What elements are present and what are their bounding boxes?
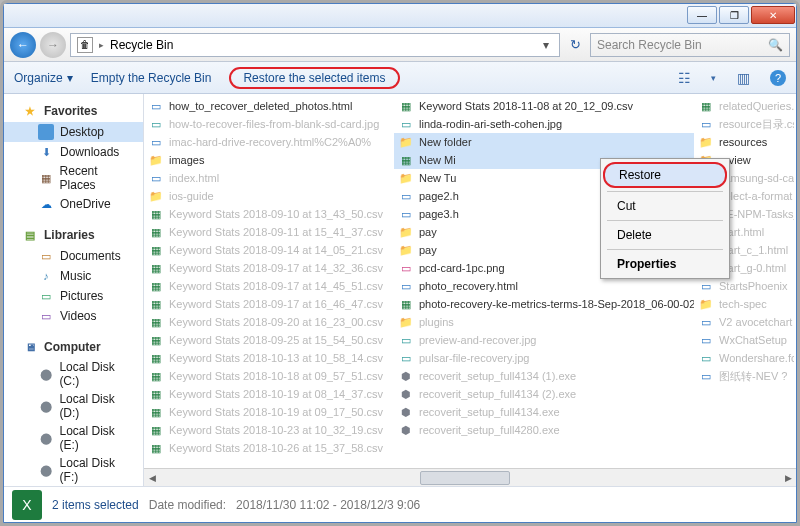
sidebar-item-onedrive[interactable]: ☁OneDrive <box>4 194 143 214</box>
breadcrumb-location[interactable]: Recycle Bin <box>110 38 173 52</box>
file-item[interactable]: ▭pulsar-file-recovery.jpg <box>394 349 694 367</box>
scroll-right-button[interactable]: ▶ <box>780 470 796 486</box>
file-item[interactable]: ▭StartsPhoenix <box>694 277 794 295</box>
refresh-button[interactable]: ↻ <box>564 37 586 52</box>
file-name: Keyword Stats 2018-10-23 at 10_32_19.csv <box>169 424 383 436</box>
file-item[interactable]: ▭WxChatSetup <box>694 331 794 349</box>
file-item[interactable]: ▦Keyword Stats 2018-09-14 at 14_05_21.cs… <box>144 241 394 259</box>
file-item[interactable]: ▦Keyword Stats 2018-09-17 at 16_46_47.cs… <box>144 295 394 313</box>
file-name: photo-recovery-ke-metrics-terms-18-Sep-2… <box>419 298 694 310</box>
sidebar-item-documents[interactable]: ▭Documents <box>4 246 143 266</box>
sidebar-item-disk-c[interactable]: ⬤Local Disk (C:) <box>4 358 143 390</box>
file-item[interactable]: 📁tech-spec <box>694 295 794 313</box>
file-item[interactable]: ▭linda-rodin-ari-seth-cohen.jpg <box>394 115 694 133</box>
file-item[interactable]: ▦Keyword Stats 2018-10-19 at 09_17_50.cs… <box>144 403 394 421</box>
scroll-thumb[interactable] <box>420 471 510 485</box>
maximize-button[interactable]: ❐ <box>719 6 749 24</box>
scroll-left-button[interactable]: ◀ <box>144 470 160 486</box>
preview-pane-button[interactable]: ▥ <box>734 69 752 87</box>
file-item[interactable]: ▭photo_recovery.html <box>394 277 694 295</box>
forward-button[interactable]: → <box>40 32 66 58</box>
restore-selected-button[interactable]: Restore the selected items <box>229 67 399 89</box>
file-item[interactable]: ▦Keyword Stats 2018-09-10 at 13_43_50.cs… <box>144 205 394 223</box>
file-item[interactable]: ▭图纸转-NEV ? <box>694 367 794 385</box>
sidebar-item-music[interactable]: ♪Music <box>4 266 143 286</box>
scroll-track[interactable] <box>160 470 780 486</box>
file-item[interactable]: ▦Keyword Stats 2018-10-23 at 10_32_19.cs… <box>144 421 394 439</box>
organize-menu[interactable]: Organize▾ <box>14 71 73 85</box>
file-icon: 📁 <box>398 314 414 330</box>
sidebar-group-favorites[interactable]: ★Favorites <box>4 100 143 122</box>
sidebar-item-downloads[interactable]: ⬇Downloads <box>4 142 143 162</box>
file-item[interactable]: ⬢recoverit_setup_full4280.exe <box>394 421 694 439</box>
chevron-down-icon[interactable]: ▾ <box>711 73 716 83</box>
file-icon: 📁 <box>698 296 714 312</box>
sidebar-item-desktop[interactable]: Desktop <box>4 122 143 142</box>
file-item[interactable]: 📁New folder <box>394 133 694 151</box>
breadcrumb[interactable]: 🗑 ▸ Recycle Bin ▾ <box>70 33 560 57</box>
file-item[interactable]: ▦Keyword Stats 2018-09-17 at 14_32_36.cs… <box>144 259 394 277</box>
sidebar-item-disk-e[interactable]: ⬤Local Disk (E:) <box>4 422 143 454</box>
file-name: New Tu <box>419 172 456 184</box>
file-item[interactable]: 📁images <box>144 151 394 169</box>
minimize-button[interactable]: — <box>687 6 717 24</box>
empty-recycle-bin-button[interactable]: Empty the Recycle Bin <box>91 71 212 85</box>
file-item[interactable]: ▭how_to_recover_deleted_photos.html <box>144 97 394 115</box>
sidebar-group-libraries[interactable]: ▤Libraries <box>4 224 143 246</box>
breadcrumb-dropdown[interactable]: ▾ <box>539 38 553 52</box>
file-item[interactable]: ▭preview-and-recover.jpg <box>394 331 694 349</box>
file-item[interactable]: ▦photo-recovery-ke-metrics-terms-18-Sep-… <box>394 295 694 313</box>
ctx-restore[interactable]: Restore <box>603 162 727 188</box>
view-options-button[interactable]: ☷ <box>675 69 693 87</box>
sidebar-item-pictures[interactable]: ▭Pictures <box>4 286 143 306</box>
file-item[interactable]: ⬢recoverit_setup_full4134 (2).exe <box>394 385 694 403</box>
sidebar-item-videos[interactable]: ▭Videos <box>4 306 143 326</box>
file-name: New folder <box>419 136 472 148</box>
file-item[interactable]: ▭V2 avocetchart <box>694 313 794 331</box>
toolbar: Organize▾ Empty the Recycle Bin Restore … <box>4 62 796 94</box>
help-button[interactable]: ? <box>770 70 786 86</box>
file-item[interactable]: ▦Keyword Stats 2018-10-18 at 09_57_51.cs… <box>144 367 394 385</box>
file-icon: 📁 <box>398 242 414 258</box>
sidebar-item-disk-d[interactable]: ⬤Local Disk (D:) <box>4 390 143 422</box>
close-button[interactable]: ✕ <box>751 6 795 24</box>
recent-places-icon: ▦ <box>38 170 54 186</box>
file-item[interactable]: ▭resource目录.cs <box>694 115 794 133</box>
file-item[interactable]: ▦Keyword Stats 2018-09-17 at 14_45_51.cs… <box>144 277 394 295</box>
file-item[interactable]: ▭index.html <box>144 169 394 187</box>
file-name: page3.h <box>419 208 459 220</box>
file-item[interactable]: 📁plugins <box>394 313 694 331</box>
file-item[interactable]: ▭Wondershare.fc <box>694 349 794 367</box>
file-item[interactable]: ▦Keyword Stats 2018-11-08 at 20_12_09.cs… <box>394 97 694 115</box>
file-item[interactable]: ▦Keyword Stats 2018-09-20 at 16_23_00.cs… <box>144 313 394 331</box>
file-item[interactable]: 📁resources <box>694 133 794 151</box>
file-item[interactable]: ▭how-to-recover-files-from-blank-sd-card… <box>144 115 394 133</box>
file-item[interactable]: ▦Keyword Stats 2018-10-13 at 10_58_14.cs… <box>144 349 394 367</box>
back-button[interactable]: ← <box>10 32 36 58</box>
file-item[interactable]: ▦Keyword Stats 2018-10-19 at 08_14_37.cs… <box>144 385 394 403</box>
file-name: Keyword Stats 2018-10-18 at 09_57_51.csv <box>169 370 383 382</box>
file-name: recoverit_setup_full4134 (1).exe <box>419 370 576 382</box>
file-item[interactable]: ⬢recoverit_setup_full4134.exe <box>394 403 694 421</box>
explorer-window: — ❐ ✕ ← → 🗑 ▸ Recycle Bin ▾ ↻ Search Rec… <box>3 3 797 523</box>
file-item[interactable]: ▦relatedQueries.cs <box>694 97 794 115</box>
sidebar-group-computer[interactable]: 🖥Computer <box>4 336 143 358</box>
downloads-icon: ⬇ <box>38 144 54 160</box>
file-item[interactable]: ▦Keyword Stats 2018-09-25 at 15_54_50.cs… <box>144 331 394 349</box>
file-item[interactable]: 📁ios-guide <box>144 187 394 205</box>
file-item[interactable]: ⬢recoverit_setup_full4134 (1).exe <box>394 367 694 385</box>
ctx-properties[interactable]: Properties <box>603 253 727 275</box>
file-icon: ⬢ <box>398 422 414 438</box>
file-item[interactable]: ▭imac-hard-drive-recovery.html%C2%A0% <box>144 133 394 151</box>
file-item[interactable]: ▦Keyword Stats 2018-10-26 at 15_37_58.cs… <box>144 439 394 457</box>
horizontal-scrollbar[interactable]: ◀ ▶ <box>144 468 796 486</box>
file-icon: ▦ <box>148 332 164 348</box>
search-input[interactable]: Search Recycle Bin 🔍 <box>590 33 790 57</box>
computer-icon: 🖥 <box>22 339 38 355</box>
sidebar-item-disk-f[interactable]: ⬤Local Disk (F:) <box>4 454 143 486</box>
file-item[interactable]: ▦Keyword Stats 2018-09-11 at 15_41_37.cs… <box>144 223 394 241</box>
ctx-delete[interactable]: Delete <box>603 224 727 246</box>
ctx-cut[interactable]: Cut <box>603 195 727 217</box>
file-icon: ▭ <box>398 260 414 276</box>
sidebar-item-recent-places[interactable]: ▦Recent Places <box>4 162 143 194</box>
